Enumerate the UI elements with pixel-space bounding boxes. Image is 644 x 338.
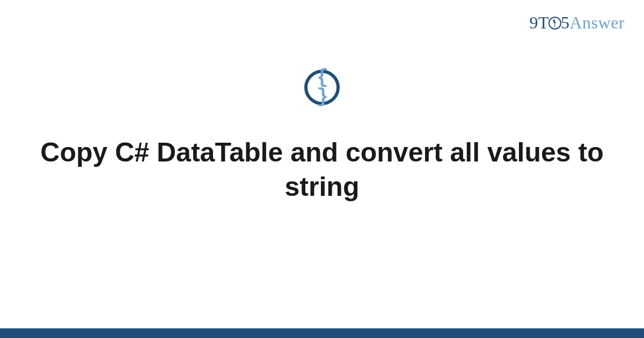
code-braces-icon: { } [304,70,340,105]
page-title: Copy C# DataTable and convert all values… [0,135,644,204]
main-content: { } Copy C# DataTable and convert all va… [0,70,644,204]
brand-part2: 5 [561,13,570,32]
braces-glyph: { } [308,68,336,107]
clock-icon [548,17,561,30]
brand-logo: 9T5Answer [529,13,625,33]
brand-part1: 9T [529,13,549,32]
footer-bar [0,328,644,338]
brand-part3: Answer [569,13,625,32]
